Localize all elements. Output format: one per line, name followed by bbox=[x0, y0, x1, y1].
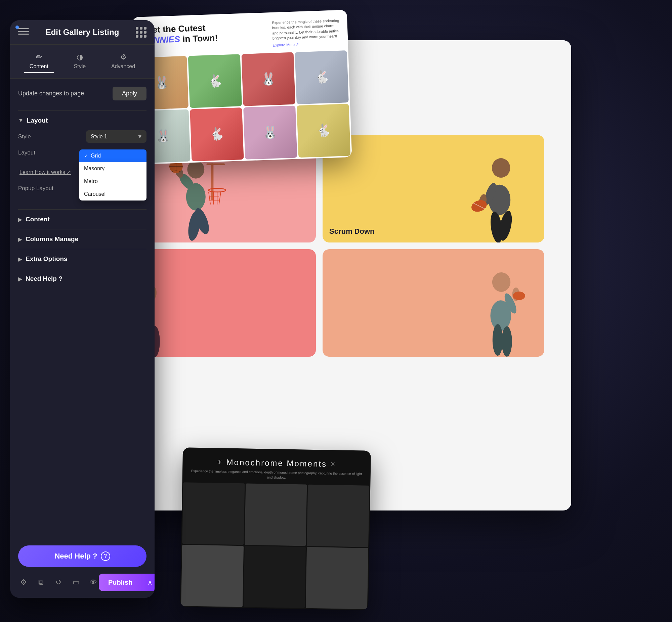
rugby-player-figure bbox=[446, 145, 538, 242]
layout-field-row: Layout ✓ Grid Masonry Metro Carousel bbox=[18, 149, 146, 162]
mono-cell-4[interactable] bbox=[181, 544, 244, 607]
tab-content-label: Content bbox=[30, 64, 48, 70]
bunny-cell-6[interactable]: 🐇 bbox=[190, 107, 244, 161]
svg-rect-1 bbox=[207, 163, 225, 165]
bunny-cell-7[interactable]: 🐰 bbox=[243, 105, 297, 159]
explore-link[interactable]: Explore More ↗ bbox=[272, 41, 340, 47]
menu-icon[interactable] bbox=[18, 28, 29, 36]
style-field-row: Style Style 1 Style 2 Style 3 ▼ bbox=[18, 130, 146, 143]
bunny-icon-6: 🐇 bbox=[190, 107, 244, 161]
undo-toolbar-icon[interactable]: ↺ bbox=[53, 577, 64, 588]
layout-dropdown[interactable]: ✓ Grid Masonry Metro Carousel bbox=[79, 149, 146, 162]
bunny-cell-8[interactable]: 🐇 bbox=[297, 103, 350, 157]
mono-cell-6[interactable] bbox=[306, 547, 368, 609]
player-figure-3 bbox=[449, 259, 541, 357]
tab-advanced-label: Advanced bbox=[111, 64, 135, 70]
extra-section-header[interactable]: ▶ Extra Options bbox=[18, 249, 146, 269]
publish-chevron-button[interactable]: ∧ bbox=[142, 574, 155, 591]
svg-line-6 bbox=[219, 192, 221, 205]
layout-section: ▼ Layout Style Style 1 Style 2 Style 3 ▼… bbox=[18, 110, 146, 209]
dropdown-item-metro[interactable]: Metro bbox=[79, 175, 146, 188]
need-help-section-header[interactable]: ▶ Need Help ? bbox=[18, 269, 146, 288]
mono-cell-3[interactable] bbox=[307, 484, 369, 547]
mono-header: ✳ Monochrome Moments ✳ Experience the ti… bbox=[182, 447, 371, 486]
content-section-header[interactable]: ▶ Content bbox=[18, 209, 146, 229]
tab-style[interactable]: ◑ Style bbox=[69, 50, 91, 73]
svg-rect-0 bbox=[211, 163, 213, 200]
svg-point-18 bbox=[492, 158, 510, 178]
columns-section-title: Columns Manage bbox=[26, 235, 78, 243]
svg-point-40 bbox=[493, 324, 503, 356]
settings-toolbar-icon[interactable]: ⚙ bbox=[18, 577, 29, 588]
mono-grid bbox=[180, 482, 370, 610]
columns-arrow-icon: ▶ bbox=[18, 236, 22, 242]
layout-arrow-icon: ▼ bbox=[18, 117, 24, 124]
extra-section-title: Extra Options bbox=[26, 255, 68, 263]
toolbar-icons: ⚙ ⧉ ↺ ▭ 👁 bbox=[18, 577, 99, 588]
bunny-cell-2[interactable]: 🐇 bbox=[188, 54, 242, 108]
blue-dot bbox=[15, 26, 19, 29]
update-label: Update changes to page bbox=[18, 90, 84, 97]
layout-field-label: Layout bbox=[18, 149, 35, 156]
card-label-2: Scrum Down bbox=[329, 227, 374, 236]
bunny-icon-8: 🐇 bbox=[297, 103, 350, 157]
question-icon: ? bbox=[101, 551, 110, 561]
style-select[interactable]: Style 1 Style 2 Style 3 bbox=[86, 130, 146, 143]
layout-section-title: Layout bbox=[27, 117, 48, 124]
need-help-btn-label: Need Help ? bbox=[55, 552, 97, 560]
columns-section-header[interactable]: ▶ Columns Manage bbox=[18, 229, 146, 249]
grid-apps-icon[interactable] bbox=[136, 27, 146, 38]
apply-button[interactable]: Apply bbox=[112, 87, 146, 100]
bottom-toolbar: ⚙ ⧉ ↺ ▭ 👁 Publish ∧ bbox=[18, 574, 146, 591]
bunny-card-header: Meet the Cutest BUNNIES in Town! Experie… bbox=[132, 10, 348, 58]
device-toolbar-icon[interactable]: ▭ bbox=[71, 577, 81, 588]
layout-dropdown-list: Masonry Metro Carousel bbox=[79, 162, 146, 201]
mono-subtitle: Experience the timeless elegance and emo… bbox=[191, 468, 363, 481]
panel-content: Update changes to page Apply ▼ Layout St… bbox=[10, 78, 155, 297]
update-row: Update changes to page Apply bbox=[18, 87, 146, 100]
svg-line-3 bbox=[209, 192, 210, 205]
mono-cell-5[interactable] bbox=[244, 546, 306, 608]
bunny-card: Meet the Cutest BUNNIES in Town! Experie… bbox=[132, 10, 352, 165]
bunny-icon-4: 🐇 bbox=[295, 50, 348, 104]
mono-card: ✳ Monochrome Moments ✳ Experience the ti… bbox=[180, 447, 371, 610]
need-help-section-title: Need Help ? bbox=[26, 275, 63, 282]
bunny-icon-7: 🐰 bbox=[243, 105, 297, 159]
star-icon-right: ✳ bbox=[330, 460, 336, 468]
eye-toolbar-icon[interactable]: 👁 bbox=[88, 577, 99, 588]
style-select-wrapper: Style 1 Style 2 Style 3 ▼ bbox=[86, 130, 146, 143]
sports-card-2[interactable]: Scrum Down bbox=[323, 135, 544, 242]
bunny-subtitle-text: Experience the magic of these endearing … bbox=[272, 18, 340, 41]
need-help-button[interactable]: Need Help ? ? bbox=[18, 545, 146, 567]
need-help-arrow-icon: ▶ bbox=[18, 276, 22, 282]
mono-cell-1[interactable] bbox=[182, 482, 245, 545]
check-icon: ✓ bbox=[84, 153, 88, 159]
layout-dropdown-trigger[interactable]: ✓ Grid bbox=[79, 149, 146, 162]
style-field-label: Style bbox=[18, 133, 31, 140]
mono-cell-2[interactable] bbox=[245, 483, 307, 546]
svg-point-35 bbox=[492, 272, 510, 292]
svg-point-39 bbox=[513, 291, 525, 300]
tab-advanced[interactable]: ⚙ Advanced bbox=[106, 50, 140, 73]
bunny-cell-3[interactable]: 🐰 bbox=[242, 52, 295, 106]
panel-title: Edit Gallery Listing bbox=[46, 28, 119, 37]
panel-bottom: Need Help ? ? ⚙ ⧉ ↺ ▭ 👁 Publish ∧ bbox=[10, 539, 155, 598]
tab-content[interactable]: ✏ Content bbox=[24, 50, 54, 73]
gear-tab-icon: ⚙ bbox=[120, 53, 127, 62]
bunny-cell-4[interactable]: 🐇 bbox=[295, 50, 348, 104]
bunny-icon-3: 🐰 bbox=[242, 52, 295, 106]
extra-arrow-icon: ▶ bbox=[18, 256, 22, 262]
panel-header: Edit Gallery Listing bbox=[10, 20, 155, 45]
layers-toolbar-icon[interactable]: ⧉ bbox=[36, 577, 46, 588]
dropdown-item-masonry[interactable]: Masonry bbox=[79, 162, 146, 175]
content-section-title: Content bbox=[26, 216, 50, 223]
popup-field-label: Popup Layout bbox=[18, 185, 54, 192]
publish-button[interactable]: Publish bbox=[99, 574, 142, 591]
bunny-grid: 🐰 🐇 🐰 🐇 🐰 🐇 🐰 🐇 bbox=[133, 50, 352, 164]
dropdown-item-carousel[interactable]: Carousel bbox=[79, 188, 146, 201]
layout-section-header[interactable]: ▼ Layout bbox=[18, 110, 146, 130]
bunny-subtitle-block: Experience the magic of these endearing … bbox=[272, 18, 340, 47]
half-circle-icon: ◑ bbox=[77, 53, 83, 62]
publish-group: Publish ∧ bbox=[99, 574, 155, 591]
sports-card-4[interactable] bbox=[323, 249, 544, 357]
